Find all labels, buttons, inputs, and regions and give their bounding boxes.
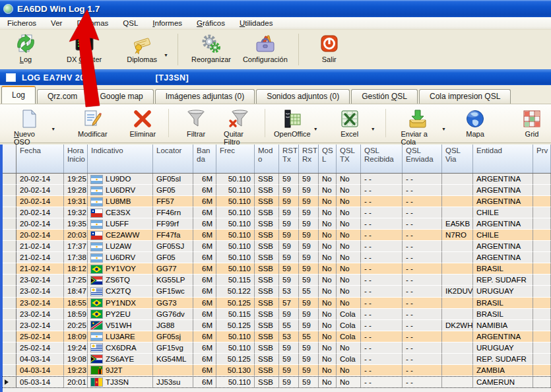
- filtrar-button[interactable]: Filtrar: [177, 106, 215, 143]
- row-selector-cell[interactable]: [3, 320, 16, 331]
- configuracion-button[interactable]: Configuración: [238, 31, 292, 69]
- col-header-indicativo[interactable]: Indicativo: [88, 145, 153, 173]
- qso-row-tj3sn[interactable]: 05-03-1420:01TJ3SNJJ53su6M50.110SSB5959N…: [3, 376, 551, 388]
- tab-cola-impresion-qsl[interactable]: Cola impresion QSL: [419, 89, 511, 104]
- excel-dropdown-arrow[interactable]: ▼: [369, 127, 377, 131]
- cell-prv: [533, 377, 551, 387]
- row-selector-cell[interactable]: [3, 275, 16, 286]
- col-header-qsl-recibida[interactable]: QSLRecibida: [361, 145, 403, 173]
- cell-rst-rx: 59: [299, 207, 319, 218]
- tab-gestion-qsl[interactable]: Gestión QSL: [351, 89, 418, 104]
- row-selector-cell[interactable]: [3, 252, 16, 263]
- flag-argentina-icon: [91, 254, 102, 262]
- qso-row-v51wh[interactable]: 23-02-1420:25V51WHJG886M50.125SSB5559NoC…: [3, 320, 551, 331]
- menu-qsl[interactable]: QSL: [115, 19, 145, 27]
- col-header-frec[interactable]: Frec: [216, 145, 255, 173]
- col-header-qsl-enviada[interactable]: QSLEnviada: [403, 145, 442, 173]
- col-header-prv[interactable]: Prv: [533, 145, 551, 173]
- qso-row-py1voy[interactable]: 21-02-1418:12PY1VOYGG776M50.110SSB5959No…: [3, 263, 551, 275]
- row-selector-cell[interactable]: [3, 207, 16, 218]
- col-header-entidad[interactable]: Entidad: [473, 145, 533, 173]
- col-header-qsl-tx[interactable]: QSLTX: [337, 145, 361, 173]
- row-selector-cell[interactable]: [3, 230, 16, 241]
- row-selector-cell[interactable]: [3, 309, 16, 320]
- cell-rst-tx: 59: [279, 275, 299, 286]
- cell-rst-tx: 55: [279, 320, 299, 331]
- row-selector-cell[interactable]: [3, 241, 16, 252]
- menu-graficos[interactable]: Gráficos: [189, 19, 232, 27]
- toolbar-separator: [168, 109, 169, 137]
- diplomas-dropdown-arrow[interactable]: ▼: [162, 53, 170, 57]
- qso-row-zs6tq[interactable]: 23-02-1417:25ZS6TQKG55LP6M50.115SSB5959N…: [3, 275, 551, 286]
- qso-row-lu6drv[interactable]: 20-02-1419:28LU6DRVGF056M50.110SSB5959No…: [3, 185, 551, 196]
- row-selector-cell[interactable]: [3, 331, 16, 343]
- cell-modo: SSB: [255, 275, 279, 286]
- salir-button[interactable]: Salir: [310, 31, 348, 69]
- row-selector-cell[interactable]: [3, 286, 16, 297]
- cell-rst-tx: 57: [279, 298, 299, 309]
- col-header-qsl-via[interactable]: QSLVia: [442, 145, 473, 173]
- row-selector-cell[interactable]: [3, 343, 16, 354]
- log-button[interactable]: Log: [7, 31, 45, 69]
- row-selector-cell[interactable]: [3, 365, 16, 376]
- tab-imagenes-adjuntas-0[interactable]: Imágenes adjuntas (0): [155, 89, 255, 104]
- grid-button[interactable]: Grid: [513, 106, 551, 143]
- col-header-qsl[interactable]: QSL: [319, 145, 337, 173]
- qso-row-zs6aye[interactable]: 04-03-1419:08ZS6AYEKG54ML6M50.125SSB5959…: [3, 354, 551, 365]
- col-header-fecha[interactable]: Fecha: [16, 145, 64, 173]
- tab-log[interactable]: Log: [1, 86, 36, 104]
- col-header-banda[interactable]: Banda: [193, 145, 216, 173]
- enviar-a-cola-dropdown-arrow[interactable]: ▼: [439, 127, 448, 131]
- row-selector-cell[interactable]: [3, 298, 16, 309]
- qso-row-ce3sx[interactable]: 20-02-1419:32CE3SXFF46rn6M50.110SSB5959N…: [3, 207, 551, 218]
- qso-row-lu3are[interactable]: 25-02-1418:09LU3AREGF05sj6M50.110SSB5355…: [3, 331, 551, 343]
- qso-row-cx6dra[interactable]: 25-02-1419:24CX6DRAGF15vg6M50.110SSB5959…: [3, 343, 551, 354]
- openoffice-button[interactable]: OpenOffice: [273, 106, 311, 143]
- col-header-modo[interactable]: Modo: [255, 145, 279, 173]
- qso-row-9j2t[interactable]: 04-03-1419:239J2T6M50.130SSB5959NoNo- --…: [3, 365, 551, 376]
- qso-row-lu5ff[interactable]: 20-02-1419:35LU5FFFF99rf6M50.110SSB5959N…: [3, 218, 551, 230]
- qso-row-lu9do[interactable]: 20-02-1419:25LU9DOGF05sl6M50.110SSB5959N…: [3, 174, 551, 185]
- cell-qsl-enviada: - -: [403, 263, 442, 275]
- col-header-locator[interactable]: Locator: [153, 145, 193, 173]
- menu-ver[interactable]: Ver: [44, 19, 69, 27]
- qso-row-lu2aw[interactable]: 21-02-1417:37LU2AWGF05SJ6M50.110SSB5959N…: [3, 241, 551, 252]
- eliminar-button[interactable]: Eliminar: [123, 106, 162, 143]
- qso-row-py2eu[interactable]: 23-02-1418:59PY2EUGG76dv6M50.115SSB5959N…: [3, 309, 551, 320]
- enviar-a-cola-button[interactable]: Enviar a Cola: [396, 106, 439, 143]
- row-selector-cell[interactable]: [3, 218, 16, 230]
- cell-indicativo: TJ3SN: [88, 377, 153, 387]
- qso-row-py1ndx[interactable]: 23-02-1418:55PY1NDXGG736M50.125SSB5759No…: [3, 298, 551, 309]
- reorganizar-icon: [201, 33, 222, 54]
- row-selector-cell[interactable]: [3, 377, 16, 387]
- row-selector-cell[interactable]: [3, 185, 16, 196]
- cell-banda: 6M: [193, 263, 216, 275]
- cell-qsl-tx: No: [337, 252, 361, 263]
- menu-informes[interactable]: Informes: [145, 19, 189, 27]
- qso-row-cx2tq[interactable]: 23-02-1418:47CX2TQGF15wc6M50.122SSB5355N…: [3, 286, 551, 297]
- diplomas-button[interactable]: Diplomas: [122, 31, 162, 69]
- row-selector-cell[interactable]: [3, 174, 16, 185]
- cell-qsl-recibida: - -: [361, 174, 403, 185]
- col-header-hora-inicio[interactable]: HoraInicio: [64, 145, 88, 173]
- quitar-filtro-button[interactable]: Quitar Filtro: [219, 106, 258, 143]
- excel-button[interactable]: Excel: [331, 106, 369, 143]
- qso-row-lu6drv[interactable]: 21-02-1417:38LU6DRVGF056M50.110SSB5959No…: [3, 252, 551, 263]
- menu-utilidades[interactable]: Utilidades: [232, 19, 280, 27]
- col-header-rst-rx[interactable]: RSTRx: [299, 145, 319, 173]
- modificar-button[interactable]: Modificar: [73, 106, 112, 143]
- row-selector-cell[interactable]: [3, 263, 16, 275]
- qso-row-ce2aww[interactable]: 20-02-1420:03CE2AWWFF47fa6M50.110SSB5959…: [3, 230, 551, 241]
- nuevo-qso-dropdown-arrow[interactable]: ▼: [49, 127, 57, 131]
- menu-ficheros[interactable]: Ficheros: [0, 19, 44, 27]
- nuevo-qso-button[interactable]: Nuevo QSO: [9, 106, 49, 143]
- qso-row-lu8mb[interactable]: 20-02-1419:31LU8MBFF576M50.110SSB5959NoN…: [3, 196, 551, 207]
- mapa-button[interactable]: Mapa: [456, 106, 494, 143]
- openoffice-dropdown-arrow[interactable]: ▼: [311, 127, 320, 131]
- row-selector-cell[interactable]: [3, 354, 16, 365]
- reorganizar-button[interactable]: Reorganizar: [187, 31, 236, 69]
- col-header-rst-tx[interactable]: RSTTx: [279, 145, 299, 173]
- modificar-label: Modificar: [78, 130, 108, 138]
- tab-sonidos-adjuntos-0[interactable]: Sonidos adjuntos (0): [256, 89, 350, 104]
- row-selector-cell[interactable]: [3, 196, 16, 207]
